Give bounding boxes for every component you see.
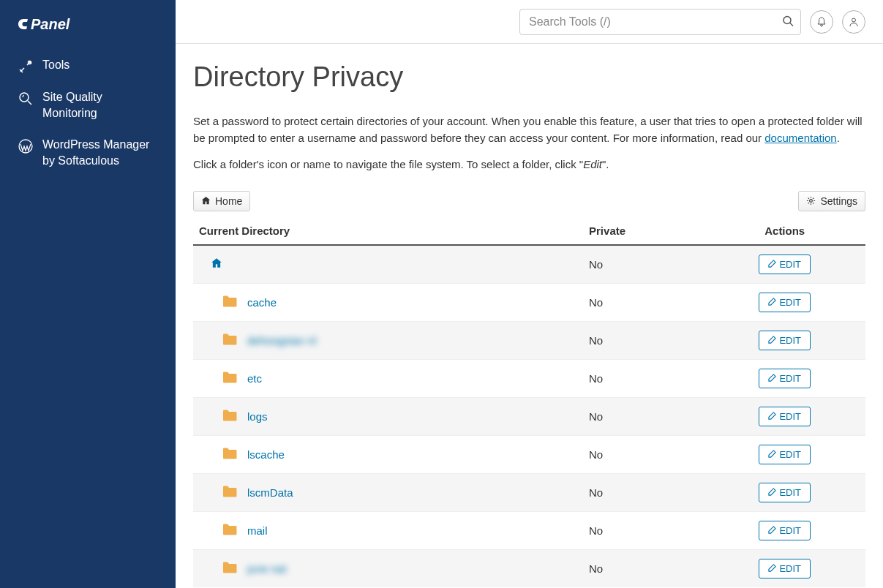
directory-name-link[interactable]: dehoogstan nl	[247, 334, 316, 347]
intro-paragraph-2: Click a folder's icon or name to navigat…	[193, 157, 865, 173]
directory-name-link[interactable]: logs	[247, 410, 268, 423]
directory-name-link[interactable]: cache	[247, 296, 277, 309]
pencil-icon	[768, 487, 776, 498]
svg-point-7	[852, 18, 856, 22]
private-value: No	[583, 397, 704, 435]
private-value: No	[583, 511, 704, 549]
svg-text:Panel: Panel	[31, 16, 70, 32]
private-value: No	[583, 283, 704, 321]
table-row: logsNoEDIT	[193, 397, 865, 435]
pencil-icon	[768, 411, 776, 422]
directory-name-link[interactable]: mail	[247, 524, 268, 537]
edit-button[interactable]: EDIT	[759, 445, 811, 464]
svg-point-5	[784, 16, 791, 23]
search-button[interactable]	[779, 12, 797, 31]
sidebar-item-wordpress[interactable]: WordPress Manager by Softaculous	[0, 129, 176, 177]
user-icon	[849, 17, 859, 27]
settings-button[interactable]: Settings	[798, 191, 865, 211]
private-value: No	[583, 359, 704, 397]
cpanel-logo-icon: Panel	[18, 15, 104, 35]
sidebar-item-magnify[interactable]: Site Quality Monitoring	[0, 82, 176, 129]
edit-button[interactable]: EDIT	[759, 369, 811, 388]
directory-table: Current Directory Private Actions NoEDIT…	[193, 217, 865, 587]
brand-logo: Panel	[0, 15, 176, 50]
private-value: No	[583, 473, 704, 511]
edit-button[interactable]: EDIT	[759, 521, 811, 540]
sidebar-item-label: Site Quality Monitoring	[42, 89, 158, 122]
pencil-icon	[768, 297, 776, 308]
gear-icon	[806, 196, 816, 206]
bell-icon	[816, 17, 827, 27]
notifications-button[interactable]	[810, 10, 833, 34]
folder-icon[interactable]	[222, 295, 237, 310]
intro-paragraph-1: Set a password to protect certain direct…	[193, 113, 865, 146]
search-container	[519, 9, 801, 35]
user-menu-button[interactable]	[842, 10, 865, 34]
pencil-icon	[768, 259, 776, 270]
pencil-icon	[768, 373, 776, 384]
private-value: No	[583, 435, 704, 473]
private-value: No	[583, 245, 704, 284]
directory-name-link[interactable]: june nat	[247, 562, 286, 575]
page-title: Directory Privacy	[193, 61, 865, 93]
wordpress-icon	[18, 138, 34, 154]
folder-icon[interactable]	[222, 447, 237, 462]
table-row: NoEDIT	[193, 245, 865, 284]
sidebar: Panel ToolsSite Quality MonitoringWordPr…	[0, 0, 176, 588]
edit-button[interactable]: EDIT	[759, 255, 811, 274]
folder-icon[interactable]	[222, 333, 237, 348]
pencil-icon	[768, 449, 776, 460]
private-value: No	[583, 321, 704, 359]
table-row: dehoogstan nlNoEDIT	[193, 321, 865, 359]
home-icon	[201, 196, 211, 206]
topbar	[176, 0, 883, 44]
folder-icon[interactable]	[222, 371, 237, 386]
directory-name-link[interactable]: lscmData	[247, 486, 293, 499]
edit-button[interactable]: EDIT	[759, 559, 811, 578]
pencil-icon	[768, 563, 776, 574]
table-row: lscmDataNoEDIT	[193, 473, 865, 511]
folder-icon[interactable]	[222, 485, 237, 500]
svg-line-3	[28, 101, 31, 105]
table-row: etcNoEDIT	[193, 359, 865, 397]
sidebar-item-label: Tools	[42, 57, 158, 73]
table-row: lscacheNoEDIT	[193, 435, 865, 473]
pencil-icon	[768, 335, 776, 346]
table-row: cacheNoEDIT	[193, 283, 865, 321]
edit-button[interactable]: EDIT	[759, 293, 811, 312]
magnify-icon	[18, 91, 34, 107]
svg-point-8	[810, 200, 813, 203]
pencil-icon	[768, 525, 776, 536]
folder-icon[interactable]	[222, 561, 237, 576]
edit-button[interactable]: EDIT	[759, 331, 811, 350]
directory-name-link[interactable]: etc	[247, 372, 262, 385]
tools-icon	[18, 59, 34, 75]
directory-name-link[interactable]: lscache	[247, 448, 285, 461]
sidebar-item-tools[interactable]: Tools	[0, 50, 176, 82]
column-header-directory: Current Directory	[193, 217, 583, 245]
column-header-private: Private	[583, 217, 704, 245]
main-content: Directory Privacy Set a password to prot…	[176, 0, 883, 588]
home-button[interactable]: Home	[193, 191, 250, 211]
svg-point-2	[20, 93, 29, 102]
column-header-actions: Actions	[704, 217, 865, 245]
home-row-icon[interactable]	[211, 257, 222, 271]
edit-button[interactable]: EDIT	[759, 483, 811, 502]
search-icon	[782, 15, 794, 26]
table-row: mailNoEDIT	[193, 511, 865, 549]
edit-button[interactable]: EDIT	[759, 407, 811, 426]
folder-icon[interactable]	[222, 409, 237, 424]
sidebar-item-label: WordPress Manager by Softaculous	[42, 137, 158, 170]
toolbar: Home Settings	[193, 191, 865, 211]
table-row: june natNoEDIT	[193, 549, 865, 587]
search-input[interactable]	[519, 9, 801, 35]
private-value: No	[583, 549, 704, 587]
svg-line-6	[790, 23, 793, 26]
documentation-link[interactable]: documentation	[764, 132, 836, 144]
folder-icon[interactable]	[222, 523, 237, 538]
